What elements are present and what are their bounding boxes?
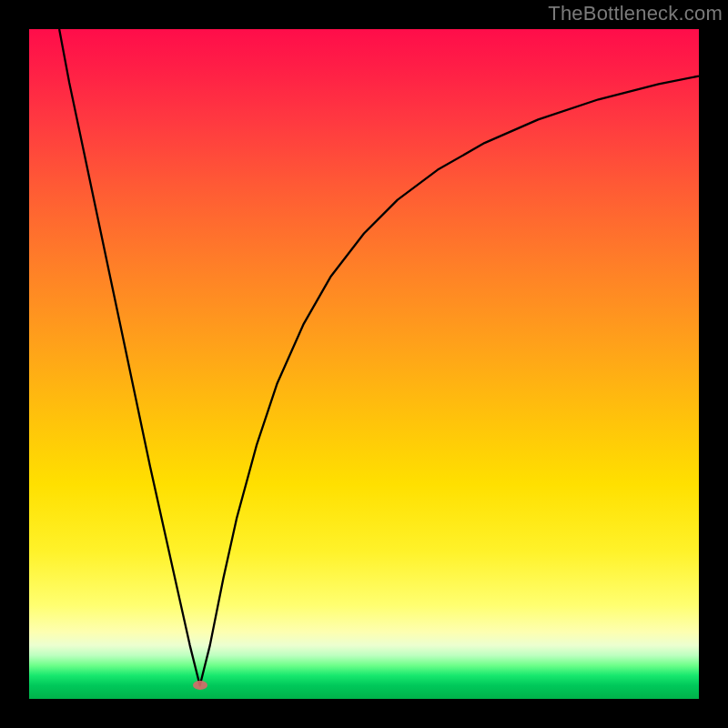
bottleneck-curve-svg — [29, 29, 699, 699]
minimum-marker — [193, 681, 207, 690]
plot-area — [29, 29, 699, 699]
chart-frame: TheBottleneck.com — [0, 0, 728, 728]
watermark-label: TheBottleneck.com — [548, 2, 723, 25]
bottleneck-curve-line — [59, 29, 699, 685]
